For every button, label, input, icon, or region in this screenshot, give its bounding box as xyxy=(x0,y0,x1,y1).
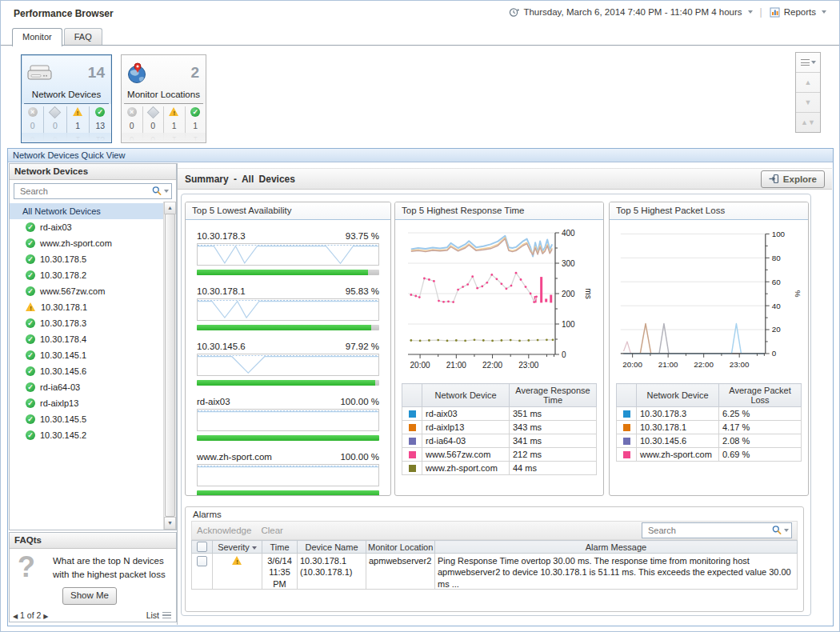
sidebar-item[interactable]: ✓10.30.145.1 xyxy=(10,347,164,363)
sidebar-item[interactable]: ✓10.30.145.5 xyxy=(10,411,164,427)
scroll-up-button[interactable]: ▲ xyxy=(164,202,176,214)
device-name: 10.30.145.2 xyxy=(40,430,86,440)
device-name: rd-aix03 xyxy=(197,397,230,406)
tile-monitor-locations[interactable]: 2 Monitor Locations ×!✓ 0011 0011 xyxy=(121,54,206,143)
table-row[interactable]: 10.30.145.62.08 % xyxy=(617,434,802,448)
value-cell: 341 ms xyxy=(510,434,597,448)
sort-button[interactable]: ▲▼ xyxy=(796,113,820,132)
clear-button[interactable]: Clear xyxy=(261,526,282,535)
column-header[interactable]: Network Device xyxy=(422,384,510,407)
sidebar-item[interactable]: All Network Devices xyxy=(10,203,164,219)
sidebar-item[interactable]: ✓10.30.178.2 xyxy=(10,267,164,283)
tab-monitor[interactable]: Monitor xyxy=(12,28,62,46)
table-row[interactable]: www.zh-sport.com0.69 % xyxy=(617,448,802,462)
column-header[interactable]: Network Device xyxy=(637,384,719,407)
tab-bar: Monitor FAQ xyxy=(12,28,102,46)
unknown-status-icon xyxy=(146,106,159,118)
col-alarm-message[interactable]: Alarm Message xyxy=(435,541,798,554)
prev-page-icon[interactable]: ◀ xyxy=(13,613,18,620)
status-fatal: × xyxy=(22,106,44,120)
tab-divider xyxy=(1,45,839,46)
sort-desc-icon xyxy=(252,546,257,550)
sidebar-item[interactable]: ✓rd-aix03 xyxy=(10,219,164,235)
tab-faq[interactable]: FAQ xyxy=(64,28,102,45)
sidebar-item[interactable]: ✓10.30.178.3 xyxy=(10,315,164,331)
tile-options-button[interactable] xyxy=(796,53,820,73)
scrollbar-thumb[interactable] xyxy=(165,214,175,517)
warning-icon: ! xyxy=(169,107,179,117)
sidebar-item[interactable]: ✓10.30.178.5 xyxy=(10,251,164,267)
search-input[interactable] xyxy=(18,186,151,197)
sidebar-item[interactable]: ✓10.30.178.4 xyxy=(10,331,164,347)
move-up-button[interactable]: ▲ xyxy=(796,73,820,93)
col-monitor-location[interactable]: Monitor Location xyxy=(366,541,435,554)
sidebar-item[interactable]: ✓10.30.145.6 xyxy=(10,363,164,379)
table-row[interactable]: www.zh-sport.com44 ms xyxy=(402,462,597,475)
series-color-cell xyxy=(402,448,422,462)
sidebar-item[interactable]: ✓rd-ia64-03 xyxy=(10,379,164,395)
table-row[interactable]: 10.30.178.36.25 % xyxy=(617,407,802,421)
next-page-icon[interactable]: ▶ xyxy=(43,613,48,620)
table-row[interactable]: www.567zw.com212 ms xyxy=(402,448,597,462)
col-severity[interactable]: Severity xyxy=(213,541,262,554)
column-header[interactable]: Average Packet Loss xyxy=(719,384,802,407)
column-header[interactable]: Average Response Time xyxy=(510,384,597,407)
highest-packet-loss-panel: Top 5 Highest Packet Loss 20:0021:0022:0… xyxy=(609,202,809,496)
col-time[interactable]: Time xyxy=(262,541,298,554)
summary-content: Top 5 Lowest Availability 10.30.178.393.… xyxy=(181,194,811,616)
faq-list-toggle[interactable]: List xyxy=(146,610,171,620)
availability-bar xyxy=(197,435,379,441)
panel-title: Top 5 Highest Response Time xyxy=(395,202,603,220)
reports-icon xyxy=(770,7,780,18)
alarm-time-cell: 3/6/14 11:35 PM xyxy=(262,554,298,590)
search-options-icon[interactable] xyxy=(784,529,789,532)
table-row[interactable]: rd-aix03351 ms xyxy=(402,407,597,421)
time-range-selector[interactable]: Thursday, March 6, 2014 7:40 PM - 11:40 … xyxy=(523,7,742,17)
tile-count: 14 xyxy=(88,64,105,82)
show-me-button[interactable]: Show Me xyxy=(62,587,117,605)
alarm-search-input[interactable] xyxy=(646,525,771,536)
tile-reflection: 0011 xyxy=(122,133,206,142)
sidebar-item[interactable]: ✓www.567zw.com xyxy=(10,283,164,299)
col-device-name[interactable]: Device Name xyxy=(298,541,366,554)
scrollbar[interactable]: ▲ ▼ xyxy=(163,202,176,530)
device-name: www.zh-sport.com xyxy=(197,452,272,462)
chevron-down-icon xyxy=(811,61,816,64)
status-count-unknown: 0 xyxy=(143,133,165,142)
acknowledge-button[interactable]: Acknowledge xyxy=(197,526,251,535)
table-row[interactable]: rd-aixlp13343 ms xyxy=(402,421,597,434)
device-name: rd-ia64-03 xyxy=(40,382,80,392)
packet-loss-table: Network DeviceAverage Packet Loss10.30.1… xyxy=(616,383,802,462)
explore-button[interactable]: Explore xyxy=(761,170,825,188)
svg-text:23:00: 23:00 xyxy=(730,360,750,369)
device-name: 10.30.145.1 xyxy=(40,350,86,360)
series-color-swatch xyxy=(409,424,416,431)
search-icon[interactable] xyxy=(771,525,782,536)
status-fatal: × xyxy=(122,106,143,120)
chevron-down-icon[interactable] xyxy=(748,10,753,14)
svg-text:200: 200 xyxy=(562,290,575,298)
table-row[interactable]: 10.30.178.14.17 % xyxy=(617,421,802,434)
scroll-down-button[interactable]: ▼ xyxy=(164,517,176,530)
sidebar-item[interactable]: ✓rd-aixlp13 xyxy=(10,395,164,411)
select-all-checkbox[interactable] xyxy=(197,542,207,552)
warning-icon: ! xyxy=(73,107,83,117)
availability-value: 100.00 % xyxy=(340,452,379,462)
tile-network-devices[interactable]: 14 Network Devices ×!✓ 00113 00113 xyxy=(21,54,112,143)
normal-status-icon: ✓ xyxy=(190,107,200,117)
warning-icon: ! xyxy=(26,302,36,312)
search-icon[interactable] xyxy=(151,186,162,197)
sidebar-item[interactable]: ✓www.zh-sport.com xyxy=(10,235,164,251)
series-color-cell xyxy=(617,407,637,421)
table-row[interactable]: rd-ia64-03341 ms xyxy=(402,434,597,448)
move-down-button[interactable]: ▼ xyxy=(796,93,820,113)
normal-status-icon: ✓ xyxy=(26,350,35,360)
series-color-cell xyxy=(402,421,422,434)
sidebar-item[interactable]: !10.30.178.1 xyxy=(10,299,164,315)
search-options-icon[interactable] xyxy=(164,190,169,193)
chevron-down-icon[interactable] xyxy=(822,10,826,14)
alarm-row[interactable]: ! 3/6/14 11:35 PM 10.30.178.1 (10.30.178… xyxy=(192,554,798,590)
alarm-checkbox[interactable] xyxy=(197,556,207,566)
sidebar-item[interactable]: ✓10.30.145.2 xyxy=(10,427,164,443)
reports-menu[interactable]: Reports xyxy=(784,7,816,17)
